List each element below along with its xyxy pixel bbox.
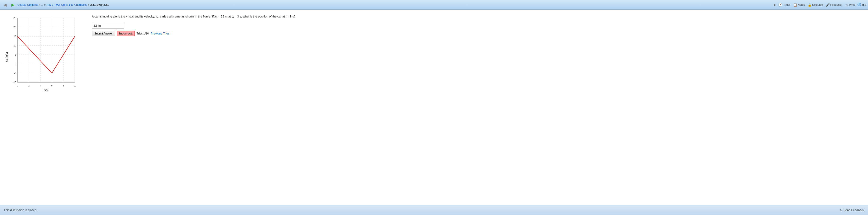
velocity-graph: 25 20 15 10 5 0 -5 -10 0 2 4 6 8 10	[10, 16, 80, 94]
svg-text:4: 4	[40, 84, 41, 87]
svg-text:20: 20	[13, 26, 16, 28]
svg-text:t (s): t (s)	[44, 88, 49, 92]
breadcrumb-current: 2.11 BWF 2.51	[90, 3, 109, 6]
svg-text:10: 10	[73, 84, 76, 87]
svg-text:10: 10	[13, 44, 16, 47]
top-bar-right: ◀ 🕐 Timer 📋 Notes 🔒 Evaluate 🎤 Feedback …	[773, 2, 866, 7]
notes-label: Notes	[798, 3, 805, 6]
breadcrumb-sep2: »	[88, 3, 90, 6]
breadcrumb-course-link[interactable]: Course Contents	[18, 3, 38, 6]
incorrect-badge: Incorrect.	[117, 31, 135, 36]
send-feedback-button[interactable]: ✎ Send Feedback	[840, 208, 864, 212]
forward-button[interactable]: ▶	[10, 2, 16, 8]
question-text: A car is moving along the x-axis and its…	[92, 14, 863, 20]
svg-text:-5: -5	[14, 72, 16, 75]
info-button[interactable]: ⓘ Info	[858, 2, 866, 7]
svg-text:0: 0	[17, 84, 18, 87]
breadcrumb-sep1: » ... »	[39, 3, 46, 6]
graph-area: vx (m/s)	[5, 14, 87, 201]
top-bar-left: ◀ ▶ Course Contents » ... » HW 2 - M2, C…	[2, 2, 109, 8]
print-button[interactable]: 🖨 Print	[845, 3, 855, 7]
bottom-bar: This discussion is closed. ✎ Send Feedba…	[0, 205, 868, 215]
info-label: Info	[862, 3, 866, 6]
tries-text: Tries 1/10	[136, 32, 149, 35]
breadcrumb-hw-link[interactable]: HW 2 - M2, Ch.2: 1-D Kinematics	[46, 3, 87, 6]
timer-icon: 🕐	[778, 2, 783, 7]
info-icon: ⓘ	[858, 2, 861, 7]
svg-text:0: 0	[15, 62, 16, 65]
svg-text:-10: -10	[12, 81, 16, 84]
svg-text:15: 15	[13, 35, 16, 38]
top-navigation-bar: ◀ ▶ Course Contents » ... » HW 2 - M2, C…	[0, 0, 868, 10]
answer-input[interactable]	[92, 23, 124, 28]
print-icon: 🖨	[845, 3, 848, 7]
discussion-closed-text: This discussion is closed.	[4, 208, 37, 212]
answer-row: Submit Answer Incorrect. Tries 1/10 Prev…	[92, 31, 863, 36]
back-button[interactable]: ◀	[2, 2, 8, 8]
timer-label: Timer	[783, 3, 790, 6]
nav-triangle-button[interactable]: ◀	[773, 3, 775, 6]
send-feedback-icon: ✎	[840, 208, 842, 212]
previous-tries-link[interactable]: Previous Tries	[151, 32, 169, 35]
breadcrumb: Course Contents » ... » HW 2 - M2, Ch.2:…	[18, 3, 109, 6]
evaluate-label: Evaluate	[812, 3, 823, 6]
feedback-button[interactable]: 🎤 Feedback	[826, 3, 842, 7]
main-content: vx (m/s)	[0, 10, 868, 205]
feedback-label: Feedback	[830, 3, 842, 6]
notes-icon: 📋	[793, 3, 797, 7]
evaluate-button[interactable]: 🔒 Evaluate	[808, 3, 823, 7]
send-feedback-label: Send Feedback	[843, 208, 864, 212]
question-area: A car is moving along the x-axis and its…	[92, 14, 863, 201]
svg-text:25: 25	[13, 17, 16, 19]
evaluate-icon: 🔒	[808, 3, 811, 7]
submit-answer-button[interactable]: Submit Answer	[92, 31, 115, 36]
nav-triangle-icon: ◀	[773, 3, 775, 6]
svg-text:2: 2	[28, 84, 30, 87]
svg-text:6: 6	[51, 84, 53, 87]
print-label: Print	[849, 3, 855, 6]
y-axis-label: vx (m/s)	[5, 52, 8, 62]
feedback-icon: 🎤	[826, 3, 830, 7]
svg-text:8: 8	[63, 84, 64, 87]
svg-text:5: 5	[15, 53, 16, 56]
timer-button[interactable]: 🕐 Timer	[778, 2, 790, 7]
notes-button[interactable]: 📋 Notes	[793, 3, 805, 7]
